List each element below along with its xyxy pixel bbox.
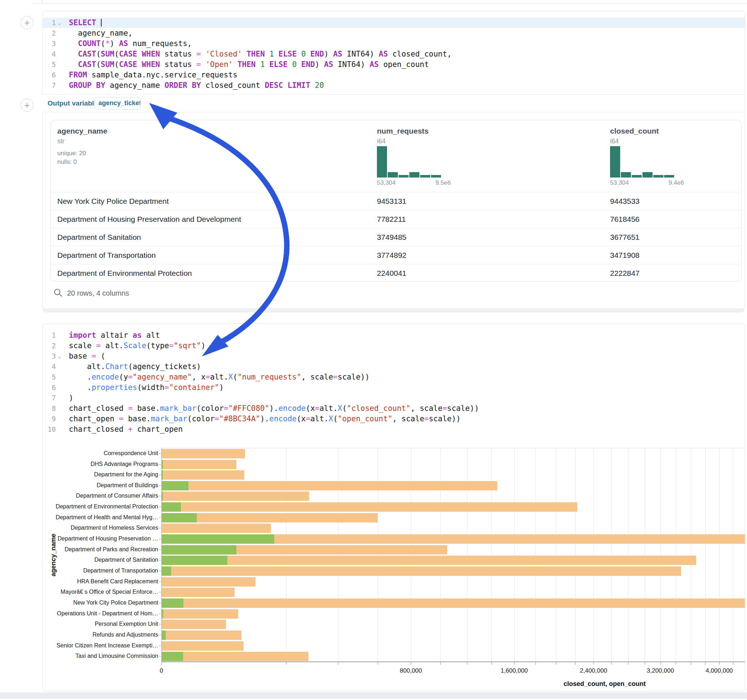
column-name: num_requests [377,127,429,136]
gridline [286,448,286,662]
bar-open-count[interactable] [162,481,189,490]
fold-chevron-icon[interactable] [56,330,63,341]
bar-closed-count[interactable] [162,566,681,576]
output-variable-pill[interactable]: agency_tickets [94,97,141,110]
bar-closed-count[interactable] [162,641,243,651]
code-line[interactable]: 7GROUP BY agency_name ORDER BY closed_co… [43,80,745,91]
code-line[interactable]: 2scale = alt.Scale(type="sqrt") [43,341,745,351]
bar-closed-count[interactable] [162,502,577,512]
bar-closed-count[interactable] [162,599,745,608]
bar-open-count[interactable] [162,502,181,512]
y-tick [159,635,161,635]
line-number: 3 [43,351,56,362]
histogram-bin [377,146,387,178]
bar-closed-count[interactable] [162,481,497,490]
fold-chevron-icon[interactable] [56,39,63,49]
column-type: str [57,137,65,145]
bar-closed-count[interactable] [162,577,256,587]
fold-chevron-icon[interactable] [56,403,63,414]
histogram-max-label: 9.4e6 [650,180,684,187]
code-text: agency_name, [63,28,133,39]
x-axis-label: 0 [160,667,163,674]
fold-chevron-icon[interactable] [56,414,63,424]
bar-closed-count[interactable] [162,449,245,459]
bar-open-count[interactable] [162,599,183,608]
bar-closed-count[interactable] [162,631,242,640]
table-row: Department of Transportation377489234719… [51,246,741,264]
bar-closed-count[interactable] [162,652,308,661]
bar-closed-count[interactable] [162,492,309,501]
column-header-closed_count[interactable]: closed_counti6453,3049.4e6 [610,120,742,192]
fold-chevron-icon[interactable]: ⌄ [56,351,63,362]
x-tick [611,662,611,665]
column-header-agency_name[interactable]: agency_namestrunique: 20nulls: 0 [57,120,288,192]
fold-chevron-icon[interactable] [56,341,63,351]
line-number: 2 [43,341,56,351]
search-icon[interactable] [53,288,63,297]
y-tick [159,464,161,465]
python-code-editor[interactable]: 1import altair as alt2scale = alt.Scale(… [43,330,745,434]
code-line[interactable]: 3⌄base = ( [43,351,745,362]
add-cell-button-top[interactable]: + [21,16,33,29]
bar-open-count[interactable] [162,513,197,522]
cell-value: 7782211 [377,210,406,228]
gridline [440,448,441,662]
y-tick [159,507,161,507]
column-type: i64 [610,137,619,145]
column-histogram [610,146,675,178]
bar-closed-count[interactable] [162,460,236,469]
fold-chevron-icon[interactable] [56,372,63,382]
fold-chevron-icon[interactable] [56,28,63,39]
bar-open-count[interactable] [162,631,166,640]
code-line[interactable]: 5 CAST(SUM(CASE WHEN status = 'Open' THE… [43,59,745,70]
fold-chevron-icon[interactable] [56,49,63,59]
code-line[interactable]: 8chart_closed = base.mark_bar(color="#FF… [43,403,745,414]
code-line[interactable]: 10chart_closed + chart_open [43,424,745,434]
column-header-num_requests[interactable]: num_requestsi6453,3049.5e6 [377,120,608,192]
fold-chevron-icon[interactable] [56,59,63,70]
bar-open-count[interactable] [162,566,171,576]
code-text: chart_closed = base.mark_bar(color="#FFC… [63,403,479,414]
bar-closed-count[interactable] [162,470,244,480]
line-number: 7 [43,393,56,403]
bar-closed-count[interactable] [162,556,696,565]
code-line[interactable]: 1⌄SELECT [43,18,745,28]
add-cell-button-output[interactable]: + [21,99,33,112]
fold-chevron-icon[interactable] [56,382,63,393]
bar-closed-count[interactable] [162,588,234,597]
bar-closed-count[interactable] [162,620,226,629]
fold-chevron-icon[interactable] [56,80,63,91]
code-line[interactable]: 5 .encode(y="agency_name", x=alt.X("num_… [43,372,745,382]
bar-open-count[interactable] [162,545,236,555]
fold-chevron-icon[interactable] [56,70,63,80]
y-axis-label: Department of Environmental Protection [50,503,158,510]
code-line[interactable]: 9chart_open = base.mark_bar(color="#8BC3… [43,414,745,424]
bar-open-count[interactable] [162,556,227,565]
x-tick [556,662,556,665]
bar-closed-count[interactable] [162,523,271,533]
code-line[interactable]: 6 .properties(width="container") [43,382,745,393]
fold-chevron-icon[interactable] [56,393,63,403]
code-line[interactable]: 4 alt.Chart(agency_tickets) [43,362,745,372]
y-axis-label: Department of Consumer Affairs [50,493,158,499]
code-line[interactable]: 2 agency_name, [43,28,745,39]
fold-chevron-icon[interactable] [56,424,63,434]
fold-chevron-icon[interactable] [56,362,63,372]
output-variable-bar: Output variable: agency_tickets [42,94,744,112]
code-line[interactable]: 7) [43,393,745,403]
code-line[interactable]: 1import altair as alt [43,330,745,341]
code-line[interactable]: 3 COUNT(*) AS num_requests, [43,39,745,49]
gridline [575,448,576,662]
code-line[interactable]: 4 CAST(SUM(CASE WHEN status = 'Closed' T… [43,49,745,59]
bar-open-count[interactable] [162,652,183,661]
histogram-max-label: 9.5e6 [417,180,451,187]
code-line[interactable]: 6FROM sample_data.nyc.service_requests [43,70,745,80]
y-tick [159,624,161,625]
line-number: 2 [43,28,56,39]
bar-closed-count[interactable] [162,609,238,619]
fold-chevron-icon[interactable]: ⌄ [56,18,63,28]
column-stat: unique: 20 [57,150,86,157]
bar-open-count[interactable] [162,534,274,544]
line-number: 7 [43,80,56,91]
sql-code-editor[interactable]: 1⌄SELECT 2 agency_name,3 COUNT(*) AS num… [43,18,745,91]
